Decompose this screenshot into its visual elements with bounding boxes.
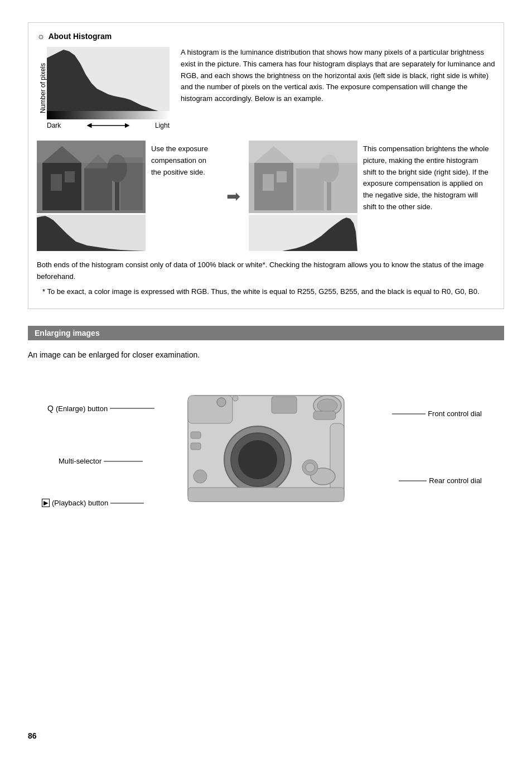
histogram-title: ☼ About Histogram — [37, 31, 495, 41]
camera-diagram: Q (Enlarge) button Multi-selector ▶ (Pla… — [28, 373, 504, 552]
exposure-left-text: Use the exposure compensation on the pos… — [146, 141, 218, 181]
svg-rect-46 — [191, 432, 201, 438]
histogram-chart-wrapper: Dark — [47, 47, 170, 129]
svg-rect-47 — [191, 443, 201, 450]
svg-rect-31 — [188, 396, 233, 423]
svg-point-44 — [306, 463, 315, 472]
arrow-indicator — [61, 122, 155, 129]
y-axis-label: Number of pixels — [37, 63, 47, 113]
light-label: Light — [155, 122, 170, 129]
svg-rect-22 — [296, 168, 324, 210]
svg-point-34 — [238, 440, 277, 479]
svg-rect-27 — [249, 141, 357, 163]
dark-hist-svg — [37, 215, 146, 251]
playback-button-text: (Playback) button — [52, 499, 108, 507]
page-number: 86 — [28, 731, 37, 740]
multi-selector-text: Multi-selector — [59, 457, 101, 465]
enlarge-line-svg — [110, 408, 154, 409]
sun-icon: ☼ — [37, 31, 45, 41]
bright-photo — [249, 141, 357, 213]
dark-photo-svg — [37, 141, 146, 213]
histogram-svg — [47, 47, 170, 119]
rear-control-dial-label: Rear control dial — [399, 476, 482, 485]
histogram-title-text: About Histogram — [49, 32, 112, 41]
svg-rect-14 — [37, 141, 146, 163]
svg-rect-35 — [272, 397, 297, 413]
svg-rect-45 — [188, 488, 344, 502]
footnote-1: Both ends of the histogram consist only … — [37, 259, 495, 283]
svg-rect-20 — [263, 174, 274, 191]
dark-histogram — [37, 215, 146, 251]
svg-rect-21 — [277, 171, 287, 182]
footnote-2: * To be exact, a color image is expresse… — [37, 286, 495, 298]
exposure-arrow: ➡ — [218, 186, 249, 206]
front-control-dial-label: Front control dial — [392, 409, 482, 418]
dark-photo — [37, 141, 146, 213]
exposure-right-text: This compensation brightens the whole pi… — [357, 141, 495, 216]
svg-point-39 — [317, 399, 337, 412]
bright-photo-svg — [249, 141, 357, 213]
enlarge-icon: Q — [47, 404, 54, 413]
dark-label: Dark — [47, 122, 61, 129]
histogram-description: A histogram is the luminance distributio… — [181, 47, 495, 129]
svg-point-37 — [233, 396, 238, 401]
svg-point-49 — [217, 398, 226, 407]
footnote-section: Both ends of the histogram consist only … — [37, 259, 495, 297]
histogram-top-section: Number of pixels — [37, 47, 495, 129]
front-control-dial-text: Front control dial — [428, 409, 482, 418]
svg-rect-8 — [65, 171, 75, 182]
enlarging-section: Enlarging images An image can be enlarge… — [28, 326, 504, 552]
exposure-comparison-row: Use the exposure compensation on the pos… — [37, 141, 495, 251]
svg-rect-40 — [313, 411, 336, 420]
exposure-right-images — [249, 141, 357, 251]
rear-control-dial-text: Rear control dial — [429, 476, 482, 485]
camera-svg — [171, 379, 361, 529]
svg-point-48 — [194, 470, 207, 483]
svg-rect-7 — [51, 174, 62, 191]
exposure-left-images — [37, 141, 146, 251]
histogram-chart — [47, 47, 170, 119]
front-dial-line-svg — [392, 413, 425, 414]
histogram-chart-area: Number of pixels — [37, 47, 170, 129]
playback-button-label: ▶ (Playback) button — [42, 499, 144, 507]
multi-selector-label: Multi-selector — [59, 457, 143, 465]
enlarge-button-text: (Enlarge) button — [56, 404, 108, 413]
histogram-box: ☼ About Histogram Number of pixels — [28, 22, 504, 309]
rear-dial-line-svg — [399, 480, 427, 481]
playback-icon: ▶ — [42, 499, 50, 507]
svg-rect-9 — [84, 168, 112, 210]
arrow-svg — [86, 122, 130, 129]
histogram-arrow-row: Dark — [47, 122, 170, 129]
multi-selector-line-svg — [104, 461, 143, 462]
section-intro: An image can be enlarged for closer exam… — [28, 350, 504, 359]
bright-hist-svg — [249, 215, 357, 251]
bright-histogram — [249, 215, 357, 251]
enlarge-button-label: Q (Enlarge) button — [47, 404, 154, 413]
svg-rect-2 — [47, 111, 170, 119]
playback-line-svg — [110, 503, 144, 504]
section-header: Enlarging images — [28, 326, 504, 340]
